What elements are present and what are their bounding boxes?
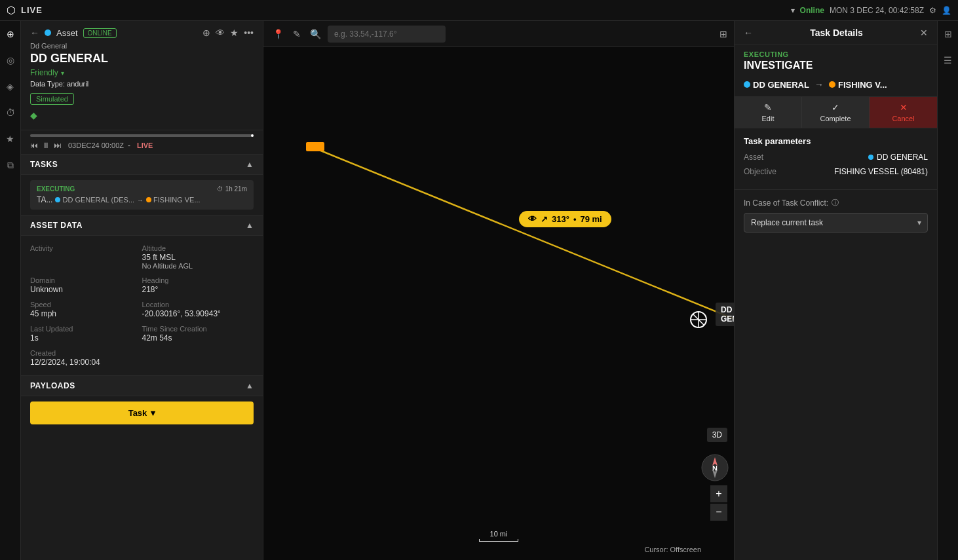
zoom-in-button[interactable]: + [710,485,727,502]
crosshair-icon[interactable]: ⊕ [202,28,210,38]
top-bar: ⬡ LIVE ▾ Online MON 3 DEC 24, 00:42:58Z … [0,0,958,21]
eye-icon[interactable]: 👁 [216,28,225,38]
data-cell-activity: Activity [30,241,142,273]
task-details-header: ← Task Details ✕ [735,21,937,45]
scale-bar: 10 mi [479,530,518,542]
asset-type-label: Asset [56,28,78,38]
target-to: FISHING V... [829,80,887,90]
task-details-title: Task Details [810,28,863,38]
location-pin-icon[interactable]: 📍 [270,26,286,42]
data-cell-last-updated: Last Updated 1s [30,322,142,346]
back-button[interactable]: ← [30,28,39,38]
eye-small-icon: 👁 [528,214,537,224]
asset-data-title: ASSET DATA [30,221,83,230]
svg-rect-1 [306,142,324,151]
asset-header: ← Asset ONLINE ⊕ 👁 ★ ••• Dd General DD G… [21,21,263,130]
date-time: MON 3 DEC 24, 00:42:58Z [830,6,924,15]
data-cell-domain: Domain Unknown [30,273,142,297]
playback-bar: ⏮ ⏸ ⏭ 03DEC24 00:00Z - LIVE [21,130,263,155]
tasks-title: TASKS [30,160,58,169]
data-cell-altitude: Altitude 35 ft MSL No Altitude AGL [142,241,254,273]
top-bar-left: ⬡ LIVE [7,4,43,16]
map-area[interactable]: 📍 ✎ 🔍 ⊞ 👁 ↗ 313° • 79 mi [263,21,734,560]
conflict-select[interactable]: Replace current task Queue after current… [744,213,928,233]
param-objective-label: Objective [744,167,776,176]
data-cell-location: Location -20.03016°, 53.90943° [142,297,254,322]
playback-time: 03DEC24 00:00Z [68,141,124,149]
task-executing-label: EXECUTING [37,185,75,193]
param-objective-value: FISHING VESSEL (80481) [834,167,928,176]
complete-button[interactable]: ✓ Complete [802,97,870,128]
zoom-out-button[interactable]: − [710,504,727,521]
asset-data-header[interactable]: ASSET DATA ▲ [21,215,263,236]
task-details-back[interactable]: ← [744,28,753,38]
map-layers-icon[interactable]: ⊞ [719,29,727,39]
complete-icon: ✓ [832,102,839,113]
cancel-button[interactable]: ✕ Cancel [870,97,937,128]
nav-icon-eye[interactable]: ◎ [3,52,18,68]
main-layout: ⊕ ◎ ◈ ⏱ ★ ⧉ ← Asset ONLINE ⊕ 👁 ★ ••• Dd … [0,21,958,560]
task-parameters: Task parameters Asset DD GENERAL Objecti… [735,128,937,190]
nav-icon-history[interactable]: ⏱ [3,105,18,121]
param-asset-value: DD GENERAL [868,153,928,162]
asset-data-chevron: ▲ [246,221,254,230]
payloads-header[interactable]: PAYLOADS ▲ [21,376,263,396]
app-logo: ⬡ [7,4,16,16]
tasks-chevron: ▲ [246,160,254,169]
distance-value: 79 mi [580,214,602,224]
tasks-section-header[interactable]: TASKS ▲ [21,155,263,175]
right-nav-panels-icon[interactable]: ⊞ [940,26,956,42]
task-details-close[interactable]: ✕ [920,28,928,38]
compass: N [701,454,729,481]
map-content[interactable]: 👁 ↗ 313° • 79 mi DD GENERAL ↗ 3D [263,47,734,560]
arrow-icon-small: ↗ [541,214,548,224]
more-icon[interactable]: ••• [244,28,254,38]
right-nav-menu-icon[interactable]: ☰ [940,52,956,68]
task-button-label: Task [128,408,147,418]
asset-map-label: DD GENERAL [716,303,734,326]
executing-status: EXECUTING [735,45,937,58]
pause-icon[interactable]: ⏸ [42,141,50,150]
online-badge: ONLINE [83,28,117,38]
gear-icon[interactable]: ⚙ [929,6,936,15]
online-status: Online [800,6,824,15]
scale-label: 10 mi [490,530,508,538]
task-card[interactable]: EXECUTING ⏱ 1h 21m TA... DD GENERAL (DES… [30,180,254,210]
draw-icon[interactable]: ✎ [290,26,303,42]
action-buttons: ✎ Edit ✓ Complete ✕ Cancel [735,97,937,128]
asset-subtitle: Dd General [30,42,254,50]
param-asset-row: Asset DD GENERAL [744,153,928,162]
target-row: DD GENERAL → FISHING V... [735,77,937,97]
nav-icon-star[interactable]: ★ [3,131,18,147]
task-button[interactable]: Task ▾ [30,401,254,424]
nav-icon-layers[interactable]: ⊕ [3,26,18,42]
edit-button[interactable]: ✎ Edit [735,97,802,128]
map-toolbar: 📍 ✎ 🔍 ⊞ [263,21,734,47]
task-params-title: Task parameters [744,136,928,146]
skip-back-icon[interactable]: ⏮ [30,141,38,150]
dropdown-icon[interactable]: ▾ [791,6,795,15]
progress-bar[interactable] [30,134,254,137]
conflict-info-icon[interactable]: ⓘ [832,198,839,208]
target-dot [829,81,835,88]
nav-icon-panels[interactable]: ⧉ [3,157,18,173]
affiliation-chevron[interactable]: ▾ [61,69,64,77]
skip-forward-icon[interactable]: ⏭ [54,141,62,150]
target-arrow: → [814,79,824,90]
map-3d-button[interactable]: 3D [707,428,727,442]
star-icon[interactable]: ★ [230,28,239,38]
nav-icon-assets[interactable]: ◈ [3,79,18,94]
param-objective-row: Objective FISHING VESSEL (80481) [744,167,928,176]
data-cell-created: Created 12/2/2024, 19:00:04 [30,346,142,370]
payloads-title: PAYLOADS [30,381,75,390]
user-icon[interactable]: 👤 [942,6,951,15]
right-panel: ← Task Details ✕ EXECUTING INVESTIGATE D… [734,21,937,560]
affiliation-label[interactable]: Friendly [30,68,58,77]
complete-label: Complete [820,115,851,122]
edit-icon: ✎ [764,102,772,113]
data-cell-time-since-creation: Time Since Creation 42m 54s [142,322,254,346]
svg-line-0 [316,149,734,335]
scale-line [479,539,518,542]
map-search-input[interactable] [328,26,446,43]
task-from: DD GENERAL (DES... [55,196,134,204]
